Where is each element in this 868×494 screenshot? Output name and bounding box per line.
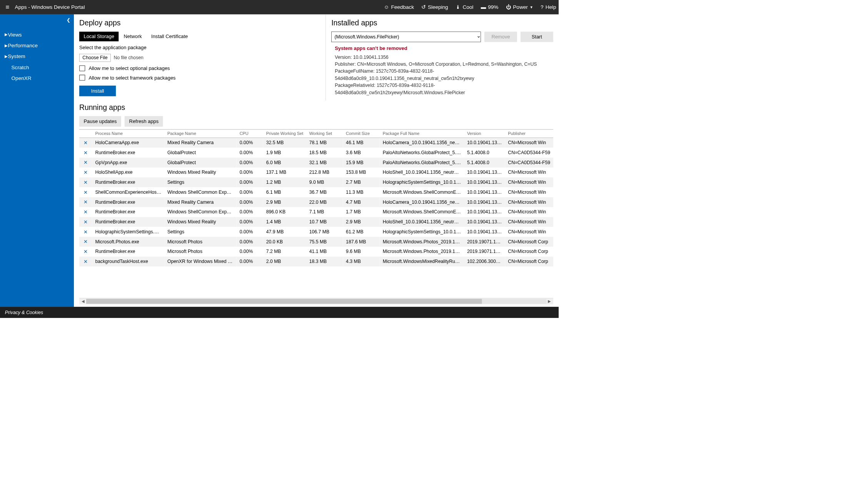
sleeping-status[interactable]: ↺Sleeping xyxy=(421,4,448,10)
sidebar-item-openxr[interactable]: OpenXR xyxy=(0,73,74,83)
close-app-icon[interactable]: ✕ xyxy=(79,187,92,197)
ws-cell: 106.7 MB xyxy=(306,227,343,237)
column-header[interactable]: Version xyxy=(464,130,505,138)
help-button[interactable]: ?Help xyxy=(541,4,556,10)
deploy-heading: Deploy apps xyxy=(79,19,320,27)
ws-cell: 41.1 MB xyxy=(306,247,343,257)
version-cell: 10.0.19041.1356 xyxy=(464,197,505,207)
cs-cell: 2.9 MB xyxy=(343,217,380,227)
cs-cell: 61.2 MB xyxy=(343,227,380,237)
installed-heading: Installed apps xyxy=(331,19,553,27)
table-row[interactable]: ✕Microsoft.Photos.exeMicrosoft Photos0.0… xyxy=(79,237,553,247)
install-button[interactable]: Install xyxy=(79,86,116,96)
installed-apps-pane: Installed apps (Microsoft.Windows.FilePi… xyxy=(326,14,559,101)
cs-cell: 153.8 MB xyxy=(343,168,380,178)
scroll-left-icon[interactable]: ◀ xyxy=(80,299,86,303)
deploy-tab-install-certificate[interactable]: Install Certificate xyxy=(147,32,192,41)
cpu-cell: 0.00% xyxy=(237,217,263,227)
column-header[interactable]: Working Set xyxy=(306,130,343,138)
chevron-right-icon: ▶ xyxy=(5,32,8,37)
cs-cell: 11.3 MB xyxy=(343,187,380,197)
column-header[interactable]: Package Name xyxy=(164,130,237,138)
close-app-icon[interactable]: ✕ xyxy=(79,227,92,237)
column-header[interactable]: Package Full Name xyxy=(380,130,464,138)
table-row[interactable]: ✕ShellCommonExperienceHost.exeWindows Sh… xyxy=(79,187,553,197)
publisher-cell: CN=Microsoft Corp xyxy=(505,256,553,266)
full-name-cell: HoloCamera_10.0.19041.1356_neutral_... xyxy=(380,197,464,207)
collapse-sidebar-icon[interactable]: ❮ xyxy=(67,17,70,23)
table-row[interactable]: ✕RuntimeBroker.exeWindows ShellCommon Ex… xyxy=(79,207,553,217)
sidebar-item-performance[interactable]: ▶Performance xyxy=(0,40,74,51)
column-header[interactable]: Publisher xyxy=(505,130,553,138)
hamburger-icon[interactable]: ≡ xyxy=(2,3,12,11)
sidebar-item-label: System xyxy=(8,53,25,59)
battery-status[interactable]: ▬99% xyxy=(481,4,499,10)
table-row[interactable]: ✕backgroundTaskHost.exeOpenXR for Window… xyxy=(79,256,553,266)
package-name-cell: OpenXR for Windows Mixed Real... xyxy=(164,256,237,266)
sidebar-item-views[interactable]: ▶Views xyxy=(0,29,74,40)
process-name-cell: RuntimeBroker.exe xyxy=(92,197,165,207)
ws-cell: 32.1 MB xyxy=(306,158,343,168)
close-app-icon[interactable]: ✕ xyxy=(79,138,92,148)
power-menu[interactable]: ⏻Power▼ xyxy=(506,4,533,10)
ws-cell: 75.5 MB xyxy=(306,237,343,247)
column-header[interactable]: Commit Size xyxy=(343,130,380,138)
table-row[interactable]: ✕RuntimeBroker.exeMixed Reality Camera0.… xyxy=(79,197,553,207)
ws-cell: 10.7 MB xyxy=(306,217,343,227)
close-app-icon[interactable]: ✕ xyxy=(79,256,92,266)
choose-file-button[interactable]: Choose File xyxy=(79,54,111,62)
ws-cell: 78.1 MB xyxy=(306,138,343,148)
close-app-icon[interactable]: ✕ xyxy=(79,177,92,187)
sidebar-item-label: OpenXR xyxy=(12,75,32,81)
publisher-cell: CN=Microsoft Win xyxy=(505,227,553,237)
table-row[interactable]: ✕RuntimeBroker.exeMicrosoft Photos0.00%7… xyxy=(79,247,553,257)
refresh-apps-button[interactable]: Refresh apps xyxy=(125,116,163,127)
table-row[interactable]: ✕HoloShellApp.exeWindows Mixed Reality0.… xyxy=(79,168,553,178)
close-app-icon[interactable]: ✕ xyxy=(79,247,92,257)
sidebar-item-scratch[interactable]: Scratch xyxy=(0,62,74,73)
close-app-icon[interactable]: ✕ xyxy=(79,217,92,227)
deploy-tab-network[interactable]: Network xyxy=(119,32,146,41)
horizontal-scrollbar[interactable]: ◀ ▶ xyxy=(79,298,553,304)
framework-packages-checkbox[interactable] xyxy=(79,75,85,80)
close-app-icon[interactable]: ✕ xyxy=(79,237,92,247)
column-header[interactable]: CPU xyxy=(237,130,263,138)
table-row[interactable]: ✕HolographicSystemSettings.exeSettings0.… xyxy=(79,227,553,237)
table-row[interactable]: ✕RuntimeBroker.exeSettings0.00%1.2 MB9.0… xyxy=(79,177,553,187)
cool-status[interactable]: 🌡Cool xyxy=(456,4,473,10)
start-button[interactable]: Start xyxy=(521,32,553,42)
sidebar: ❮ ▶Views▶Performance▶SystemScratchOpenXR xyxy=(0,14,74,307)
close-app-icon[interactable]: ✕ xyxy=(79,197,92,207)
close-app-icon[interactable]: ✕ xyxy=(79,158,92,168)
ws-cell: 212.8 MB xyxy=(306,168,343,178)
cs-cell: 9.6 MB xyxy=(343,247,380,257)
topbar: ≡ Apps - Windows Device Portal ☺Feedback… xyxy=(0,0,559,14)
column-header[interactable]: Private Working Set xyxy=(263,130,306,138)
deploy-apps-pane: Deploy apps Local StorageNetworkInstall … xyxy=(74,14,326,101)
ws-cell: 22.0 MB xyxy=(306,197,343,207)
table-row[interactable]: ✕GpVpnApp.exeGlobalProtect0.00%6.0 MB32.… xyxy=(79,158,553,168)
package-full-name-line: PackageFullName: 1527c705-839a-4832-9118… xyxy=(335,68,553,82)
optional-packages-checkbox[interactable] xyxy=(79,65,85,71)
publisher-cell: CN=Microsoft Win xyxy=(505,197,553,207)
sidebar-item-system[interactable]: ▶System xyxy=(0,51,74,62)
table-row[interactable]: ✕HoloCameraApp.exeMixed Reality Camera0.… xyxy=(79,138,553,148)
table-row[interactable]: ✕RuntimeBroker.exeWindows Mixed Reality0… xyxy=(79,217,553,227)
scroll-right-icon[interactable]: ▶ xyxy=(546,299,552,303)
package-name-cell: GlobalProtect xyxy=(164,158,237,168)
pause-updates-button[interactable]: Pause updates xyxy=(79,116,121,127)
close-app-icon[interactable]: ✕ xyxy=(79,207,92,217)
column-header[interactable] xyxy=(79,130,92,138)
close-app-icon[interactable]: ✕ xyxy=(79,148,92,158)
remove-button[interactable]: Remove xyxy=(484,32,517,42)
feedback-button[interactable]: ☺Feedback xyxy=(384,4,414,10)
table-row[interactable]: ✕RuntimeBroker.exeGlobalProtect0.00%1.9 … xyxy=(79,148,553,158)
deploy-tab-local-storage[interactable]: Local Storage xyxy=(79,32,119,41)
privacy-link[interactable]: Privacy & Cookies xyxy=(5,309,43,315)
pws-cell: 47.9 MB xyxy=(263,227,306,237)
scrollbar-thumb[interactable] xyxy=(86,299,482,304)
close-app-icon[interactable]: ✕ xyxy=(79,168,92,178)
column-header[interactable]: Process Name xyxy=(92,130,165,138)
process-name-cell: HoloShellApp.exe xyxy=(92,168,165,178)
installed-apps-select[interactable]: (Microsoft.Windows.FilePicker) xyxy=(331,32,481,42)
